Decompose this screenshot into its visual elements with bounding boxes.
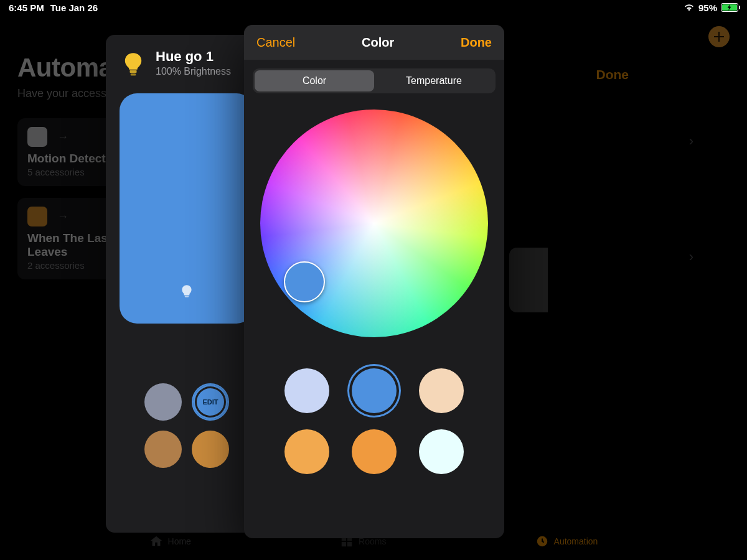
color-picker-title: Color (362, 35, 394, 50)
color-wheel[interactable] (260, 110, 488, 337)
preset-swatch[interactable] (352, 429, 397, 474)
svg-rect-1 (130, 70, 137, 73)
chevron-right-icon: › (689, 249, 693, 265)
done-button[interactable]: Done (461, 35, 492, 50)
preset-swatch[interactable] (284, 368, 329, 413)
status-date: Tue Jan 26 (50, 2, 98, 13)
tab-label: Home (168, 536, 191, 546)
svg-rect-3 (185, 296, 189, 297)
battery-fill (722, 4, 737, 11)
sensor-icon (27, 127, 47, 147)
svg-rect-2 (131, 73, 136, 75)
chevron-right-icon: › (689, 133, 693, 149)
arrow-right-icon: → (57, 131, 68, 144)
tab-label: Automation (554, 536, 598, 546)
segment-color[interactable]: Color (255, 70, 374, 91)
preset-swatch-grid (244, 368, 504, 474)
color-swatch-edit[interactable]: EDIT (192, 383, 229, 421)
done-button[interactable]: Done (596, 67, 629, 82)
brightness-tile[interactable] (120, 93, 254, 324)
color-swatch[interactable] (144, 431, 182, 468)
accessory-swatch-row: EDIT (120, 383, 254, 468)
lightbulb-icon (179, 284, 195, 300)
battery-percent: 95% (698, 2, 717, 13)
preset-swatch[interactable] (419, 368, 464, 413)
clock-icon (535, 534, 549, 548)
cancel-button[interactable]: Cancel (256, 35, 295, 50)
add-button[interactable] (708, 26, 730, 47)
status-time: 6:45 PM (9, 2, 44, 13)
color-picker-navbar: Cancel Color Done (244, 25, 504, 60)
tab-home[interactable]: Home (149, 534, 191, 548)
color-wheel-cursor[interactable] (284, 261, 325, 302)
color-swatch[interactable] (192, 431, 229, 468)
preset-swatch[interactable] (352, 368, 397, 413)
wifi-icon (684, 3, 695, 12)
battery-icon (721, 3, 738, 12)
color-swatch[interactable] (144, 383, 182, 421)
color-mode-segmented-control[interactable]: Color Temperature (253, 68, 496, 93)
accessory-panel: Hue go 1 100% Brightness EDIT (106, 35, 268, 533)
accessory-status: 100% Brightness (156, 66, 231, 77)
house-icon (149, 534, 163, 548)
preset-swatch[interactable] (284, 429, 329, 474)
person-leave-icon (27, 207, 47, 226)
arrow-right-icon: → (57, 210, 68, 223)
accessory-name: Hue go 1 (156, 49, 231, 65)
panel-fragment (509, 248, 548, 312)
segment-temperature[interactable]: Temperature (374, 70, 494, 91)
preset-swatch[interactable] (419, 429, 464, 474)
color-picker-panel: Cancel Color Done Color Temperature (244, 25, 504, 538)
tab-automation[interactable]: Automation (535, 534, 598, 548)
swatch-edit-label: EDIT (202, 398, 218, 406)
lightbulb-icon (120, 51, 147, 78)
status-bar: 6:45 PM Tue Jan 26 95% (0, 0, 747, 15)
